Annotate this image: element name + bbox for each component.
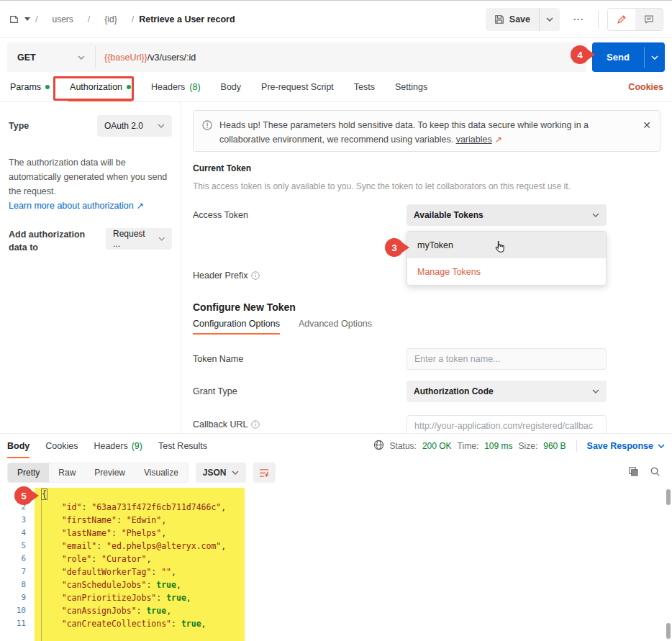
access-token-select[interactable]: Available Tokens — [407, 204, 607, 226]
response-tab-body[interactable]: Body — [7, 434, 29, 458]
close-icon[interactable]: ✕ — [643, 119, 651, 131]
time-value: 109 ms — [484, 441, 512, 451]
auth-type-label: Type — [9, 121, 29, 131]
divider — [598, 10, 599, 29]
response-tab-test-results[interactable]: Test Results — [158, 434, 207, 458]
learn-more-link[interactable]: Learn more about authorization ↗ — [9, 200, 172, 211]
auth-content: Heads up! These parameters hold sensitiv… — [181, 102, 672, 433]
breadcrumb-separator: / — [132, 14, 134, 24]
tab-body[interactable]: Body — [219, 73, 243, 101]
tab-configuration-options[interactable]: Configuration Options — [193, 319, 280, 335]
view-tab-raw[interactable]: Raw — [49, 463, 85, 482]
tab-authorization-label: Authorization — [70, 82, 122, 92]
tab-headers[interactable]: Headers (8) — [150, 73, 202, 101]
breadcrumb-item-id[interactable]: {id} — [95, 14, 126, 24]
auth-description: The authorization data will be automatic… — [9, 155, 172, 199]
chevron-down-icon — [232, 470, 239, 475]
annotation-step-3: 3 — [385, 238, 404, 257]
method-select[interactable]: GET — [7, 42, 95, 72]
view-tab-visualize[interactable]: Visualize — [135, 463, 188, 482]
add-auth-data-select[interactable]: Request ... — [106, 228, 172, 250]
response-code: 1{2 "id": "63aa731f472f6cb711d7466c",3 "… — [0, 488, 663, 630]
wrap-text-icon[interactable] — [253, 463, 276, 483]
response-view-toolbar: Pretty Raw Preview Visualize JSON — [0, 458, 672, 487]
current-token-description: This access token is only available to y… — [193, 181, 571, 191]
more-options-icon[interactable]: ⋯ — [568, 10, 589, 29]
time-label: Time: — [458, 441, 479, 451]
request-tabs: Params Authorization Headers (8) Body Pr… — [0, 73, 672, 102]
response-tab-cookies[interactable]: Cookies — [45, 434, 78, 458]
url-path: /v3/users/:id — [147, 53, 196, 63]
tab-authorization[interactable]: Authorization — [68, 73, 132, 101]
breadcrumb-caret-icon[interactable] — [24, 17, 30, 21]
info-icon — [251, 420, 260, 429]
sensitive-data-alert: Heads up! These parameters hold sensitiv… — [193, 110, 660, 152]
code-line: 11 "canCreateCollections": true, — [0, 617, 663, 630]
token-name-input[interactable] — [407, 348, 607, 370]
access-token-label: Access Token — [193, 210, 248, 220]
chevron-down-icon — [592, 213, 599, 217]
line-number: 9 — [0, 591, 35, 604]
scrollbar-thumb[interactable] — [666, 623, 671, 639]
external-link-arrow: ↗ — [494, 135, 501, 145]
menu-item-mytoken[interactable]: myToken — [407, 232, 606, 258]
annotation-step-4: 4 — [571, 45, 589, 64]
request-name[interactable]: Retrieve a User record — [139, 14, 235, 24]
collection-icon[interactable] — [9, 14, 19, 24]
format-value: JSON — [203, 468, 227, 478]
url-variable: {{baseUrl}} — [104, 53, 147, 63]
globe-icon — [373, 440, 384, 453]
response-scrollbar[interactable] — [666, 489, 671, 639]
comment-icon[interactable] — [635, 9, 663, 30]
code-line: 3 "firstName": "Edwin", — [0, 514, 663, 527]
token-name-label: Token Name — [193, 354, 243, 364]
breadcrumb-item-users[interactable]: users — [42, 14, 82, 24]
save-button[interactable]: Save — [486, 8, 539, 31]
view-tab-preview[interactable]: Preview — [85, 463, 135, 482]
line-number: 8 — [0, 578, 35, 591]
chevron-down-icon — [592, 389, 599, 394]
access-token-value: Available Tokens — [414, 210, 483, 220]
auth-type-select[interactable]: OAuth 2.0 — [97, 115, 172, 137]
edit-icon[interactable] — [608, 9, 635, 30]
response-body-viewer[interactable]: 1{2 "id": "63aa731f472f6cb711d7466c",3 "… — [0, 488, 663, 641]
variables-link[interactable]: variables — [456, 135, 492, 145]
tab-tests[interactable]: Tests — [353, 73, 376, 101]
callback-url-input[interactable] — [407, 415, 607, 433]
scrollbar-thumb[interactable] — [666, 489, 671, 505]
save-icon — [494, 14, 504, 24]
current-token-title: Current Token — [193, 163, 251, 173]
add-auth-data-label: Add authorization data to — [9, 228, 94, 254]
send-options-caret[interactable] — [645, 42, 665, 72]
send-button[interactable]: Send — [592, 42, 644, 72]
response-headers-count: (9) — [132, 441, 142, 451]
search-icon[interactable] — [650, 466, 660, 480]
save-options-caret[interactable] — [540, 8, 560, 31]
line-number: 5 — [0, 540, 35, 553]
grant-type-select[interactable]: Authorization Code — [407, 381, 607, 402]
tab-advanced-options[interactable]: Advanced Options — [299, 319, 372, 335]
tab-settings[interactable]: Settings — [394, 73, 429, 101]
postman-request-window: / users / {id} / Retrieve a User record … — [0, 0, 672, 641]
chevron-down-icon — [658, 444, 665, 448]
view-mode-group: Pretty Raw Preview Visualize — [7, 463, 189, 483]
save-response-button[interactable]: Save Response — [587, 441, 665, 451]
tab-prerequest-script[interactable]: Pre-request Script — [260, 73, 335, 101]
url-input[interactable]: {{baseUrl}}/v3/users/:id — [96, 42, 586, 72]
response-tab-headers[interactable]: Headers (9) — [94, 434, 142, 458]
tab-params[interactable]: Params — [9, 73, 51, 101]
cookies-link[interactable]: Cookies — [628, 82, 663, 92]
auth-sidebar: Type OAuth 2.0 The authorization data wi… — [0, 102, 181, 433]
view-tab-pretty[interactable]: Pretty — [8, 463, 49, 482]
menu-item-manage-tokens[interactable]: Manage Tokens — [407, 258, 606, 285]
copy-icon[interactable] — [627, 466, 638, 480]
response-headers-label: Headers — [94, 441, 127, 451]
code-line: 9 "canPrioritizeJobs": true, — [0, 591, 663, 604]
grant-type-value: Authorization Code — [414, 386, 494, 396]
breadcrumb: / users / {id} / Retrieve a User record — [9, 14, 235, 24]
format-select[interactable]: JSON — [196, 463, 246, 483]
code-line: 5 "email": "ed.phelps@alteryx.com", — [0, 540, 663, 553]
warning-icon — [202, 120, 212, 144]
size-value: 960 B — [543, 441, 566, 451]
request-url-bar: GET {{baseUrl}}/v3/users/:id Send — [7, 42, 665, 72]
